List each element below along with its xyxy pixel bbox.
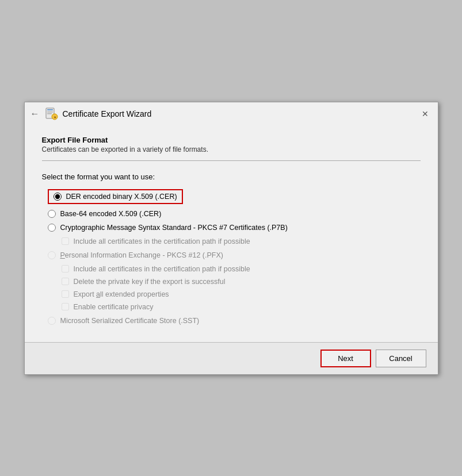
option-pfx-delete-key-label: Delete the private key if the export is … [74, 278, 226, 286]
wizard-icon: ★ [44, 107, 58, 121]
dialog-title: Certificate Export Wizard [63, 109, 152, 118]
radio-pfx [48, 251, 56, 259]
option-pfx-label: Personal Information Exchange - PKCS #12… [60, 251, 223, 259]
checkbox-pfx-delete-key [62, 278, 69, 285]
option-pfx-privacy-label: Enable certificate privacy [74, 303, 154, 311]
next-button[interactable]: Next [320, 350, 371, 367]
pkcs7-suboptions: Include all certificates in the certific… [48, 237, 421, 245]
checkbox-pfx-privacy [62, 303, 69, 310]
checkbox-pfx-export-props [62, 290, 69, 298]
dialog-footer: Next Cancel [25, 342, 438, 374]
svg-rect-2 [47, 112, 53, 113]
option-pfx-delete-key: Delete the private key if the export is … [62, 278, 421, 286]
radio-base64[interactable] [48, 210, 56, 218]
certificate-export-wizard-dialog: ← ★ Certificate Export Wizard ✕ Export F… [24, 102, 438, 375]
option-pfx-include-certs: Include all certificates in the certific… [62, 265, 421, 273]
option-sst-label: Microsoft Serialized Certificate Store (… [60, 317, 200, 325]
dialog-body: Export File Format Certificates can be e… [25, 124, 438, 331]
format-select-label: Select the format you want to use: [42, 172, 421, 181]
cancel-button[interactable]: Cancel [376, 350, 426, 367]
radio-sst [48, 317, 56, 325]
option-base64-label: Base-64 encoded X.509 (.CER) [60, 210, 162, 218]
option-pfx-export-props: Export all extended properties [62, 290, 421, 298]
option-pfx-export-props-label: Export all extended properties [74, 290, 169, 298]
option-pkcs7-include-label: Include all certificates in the certific… [74, 237, 250, 245]
nav-controls: ← [30, 109, 40, 119]
option-pfx: Personal Information Exchange - PKCS #12… [48, 251, 421, 259]
radio-pkcs7[interactable] [48, 224, 56, 232]
svg-rect-3 [47, 113, 52, 114]
title-bar-left: ← ★ Certificate Export Wizard [30, 107, 152, 121]
svg-text:★: ★ [53, 116, 56, 119]
close-button[interactable]: ✕ [418, 108, 432, 120]
option-pkcs7[interactable]: Cryptographic Message Syntax Standard - … [48, 224, 421, 232]
option-pkcs7-include-certs: Include all certificates in the certific… [62, 237, 421, 245]
checkbox-pfx-include [62, 265, 69, 272]
svg-rect-1 [47, 109, 53, 110]
divider [42, 160, 421, 161]
option-der-label: DER encoded binary X.509 (.CER) [66, 193, 177, 201]
option-pkcs7-label: Cryptographic Message Syntax Standard - … [60, 224, 288, 232]
options-list: DER encoded binary X.509 (.CER) Base-64 … [42, 189, 421, 325]
option-base64[interactable]: Base-64 encoded X.509 (.CER) [48, 210, 421, 218]
title-bar: ← ★ Certificate Export Wizard ✕ [25, 102, 438, 124]
section-subtitle: Certificates can be exported in a variet… [42, 145, 421, 153]
radio-der[interactable] [54, 193, 62, 201]
checkbox-pkcs7-include [62, 237, 69, 245]
section-title: Export File Format [42, 136, 421, 144]
pfx-suboptions: Include all certificates in the certific… [48, 265, 421, 311]
back-button[interactable]: ← [30, 109, 40, 119]
section-header: Export File Format Certificates can be e… [42, 136, 421, 153]
option-sst: Microsoft Serialized Certificate Store (… [48, 317, 421, 325]
option-der[interactable]: DER encoded binary X.509 (.CER) [48, 189, 183, 204]
option-pfx-privacy: Enable certificate privacy [62, 303, 421, 311]
option-pfx-include-label: Include all certificates in the certific… [74, 265, 250, 273]
